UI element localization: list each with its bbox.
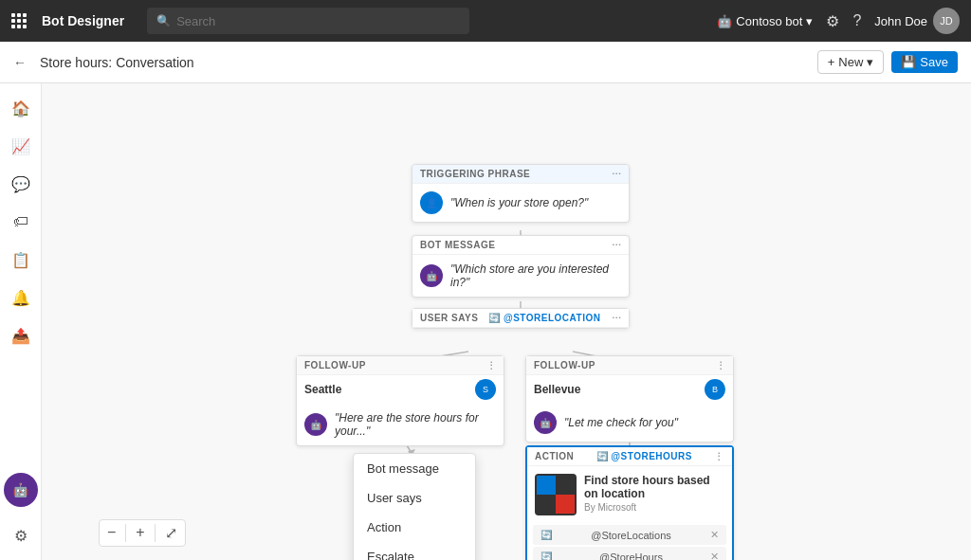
followup-seattle-body: 🤖 "Here are the store hours for your..." xyxy=(297,404,504,445)
sidebar-item-bot[interactable]: 🤖 xyxy=(4,473,38,507)
action-icon-box xyxy=(535,474,577,515)
fullscreen-button[interactable]: ⤢ xyxy=(163,524,179,542)
user-info: John Doe JD xyxy=(874,8,960,34)
canvas: TRIGGERING PHRASE ⋯ 👤 "When is your stor… xyxy=(42,83,971,560)
action-param2-remove[interactable]: ✕ xyxy=(710,551,719,560)
followup-seattle-title-row: Seattle S xyxy=(297,375,504,404)
seattle-label: Seattle xyxy=(304,383,341,396)
user-says-header: USER SAYS 🔄 @StoreLocation ⋯ xyxy=(412,309,629,328)
sidebar-item-entities[interactable]: 🏷 xyxy=(4,205,38,239)
top-nav: Bot Designer 🔍 🤖 Contoso bot ▾ ⚙ ? John … xyxy=(0,0,971,42)
followup-bellevue-header-label: FOLLOW-UP xyxy=(534,360,595,370)
action-by: By Microsoft xyxy=(584,502,724,513)
search-icon: 🔍 xyxy=(156,14,171,27)
trigger-text: "When is your store open?" xyxy=(450,196,588,209)
action-param1-row: 🔄 @StoreLocations ✕ xyxy=(533,525,726,545)
new-label: New xyxy=(838,55,863,69)
save-icon: 💾 xyxy=(901,55,916,69)
action-entity-tag: 🔄 @StoreHours xyxy=(596,451,692,461)
followup-bellevue-menu-button[interactable]: ⋮ xyxy=(716,360,726,370)
search-input[interactable] xyxy=(176,14,460,28)
action-param2-icon: 🔄 xyxy=(540,551,552,560)
action-param1-remove[interactable]: ✕ xyxy=(710,529,719,541)
bellevue-avatar: B xyxy=(705,379,725,400)
user-name: John Doe xyxy=(874,14,927,28)
action-menu-button[interactable]: ⋮ xyxy=(714,451,724,461)
bot-avatar: 🤖 xyxy=(420,264,443,287)
action-header-label: ACTION xyxy=(535,451,574,461)
bot-message-header-label: BOT MESSAGE xyxy=(420,240,495,250)
entity-icon: 🔄 xyxy=(488,313,501,323)
dropdown-item-bot-message[interactable]: Bot message xyxy=(354,454,475,483)
help-icon[interactable]: ? xyxy=(852,12,861,29)
dropdown-item-escalate[interactable]: Escalate xyxy=(354,542,475,560)
user-says-entity-name: @StoreLocation xyxy=(504,313,601,323)
sub-nav: ← Store hours: Conversation + New ▾ 💾 Sa… xyxy=(0,42,971,83)
layout: 🏠 📈 💬 🏷 📋 🔔 📤 🤖 ⚙ xyxy=(0,83,971,560)
nav-right: 🤖 Contoso bot ▾ ⚙ ? John Doe JD xyxy=(717,8,960,34)
user-says-header-label: USER SAYS xyxy=(420,313,478,323)
action-entity-name: @StoreHours xyxy=(611,451,692,461)
user-says-entity: 🔄 @StoreLocation xyxy=(488,313,600,323)
action-param1-label: @StoreLocations xyxy=(591,530,671,541)
trigger-menu-button[interactable]: ⋯ xyxy=(612,169,622,179)
action-param2-label: @StoreHours xyxy=(599,551,663,561)
followup-bellevue-header: FOLLOW-UP ⋮ xyxy=(526,356,733,375)
action-param2-row: 🔄 @StoreHours ✕ xyxy=(533,547,726,560)
followup-seattle-text: "Here are the store hours for your..." xyxy=(335,411,496,438)
trigger-node: TRIGGERING PHRASE ⋯ 👤 "When is your stor… xyxy=(412,164,630,223)
zoom-in-button[interactable]: + xyxy=(134,524,146,542)
sidebar-item-settings[interactable]: 📋 xyxy=(4,243,38,277)
action-text-block: Find store hours based on location By Mi… xyxy=(584,474,724,515)
followup-bellevue-title-row: Bellevue B xyxy=(526,375,733,404)
add-node-dropdown[interactable]: Bot message User says Action Escalate CS… xyxy=(353,453,476,560)
sub-nav-actions: + New ▾ 💾 Save xyxy=(817,50,958,74)
bot-avatar-bellevue: 🤖 xyxy=(534,411,557,434)
followup-seattle-header: FOLLOW-UP ⋮ xyxy=(297,356,504,375)
grid-icon xyxy=(11,13,27,28)
sidebar-item-topics[interactable]: 💬 xyxy=(4,167,38,201)
dropdown-item-user-says[interactable]: User says xyxy=(354,483,475,513)
zoom-separator xyxy=(125,524,126,542)
sidebar-item-notifications[interactable]: 🔔 xyxy=(4,280,38,315)
zoom-controls: − + ⤢ xyxy=(99,519,186,547)
followup-bellevue-body: 🤖 "Let me check for you" xyxy=(526,404,733,442)
user-says-menu-button[interactable]: ⋯ xyxy=(612,313,622,323)
avatar: JD xyxy=(933,8,960,34)
trigger-header-label: TRIGGERING PHRASE xyxy=(420,169,530,179)
zoom-out-button[interactable]: − xyxy=(105,524,118,542)
breadcrumb: Store hours: Conversation xyxy=(40,55,194,70)
followup-bellevue-text: "Let me check for you" xyxy=(564,416,678,429)
bot-message-menu-button[interactable]: ⋯ xyxy=(612,240,622,250)
bot-message-header: BOT MESSAGE ⋯ xyxy=(412,236,629,255)
trigger-node-body: 👤 "When is your store open?" xyxy=(412,184,629,222)
bot-message-text: "Which store are you interested in?" xyxy=(450,262,621,289)
action-card: Find store hours based on location By Mi… xyxy=(527,466,732,523)
user-says-node: USER SAYS 🔄 @StoreLocation ⋯ xyxy=(412,308,630,329)
followup-bellevue-node: FOLLOW-UP ⋮ Bellevue B 🤖 "Let me check f… xyxy=(525,355,734,443)
new-button[interactable]: + New ▾ xyxy=(817,50,885,74)
action-entity-icon: 🔄 xyxy=(596,451,609,461)
action-param1-icon: 🔄 xyxy=(540,530,552,540)
app-title: Bot Designer xyxy=(42,13,124,28)
bot-avatar-seattle: 🤖 xyxy=(304,413,327,436)
dropdown-item-action[interactable]: Action xyxy=(354,513,475,542)
bot-icon: 🤖 xyxy=(717,14,732,28)
save-button[interactable]: 💾 Save xyxy=(891,51,958,73)
bot-message-body: 🤖 "Which store are you interested in?" xyxy=(412,255,629,297)
followup-seattle-menu-button[interactable]: ⋮ xyxy=(486,360,497,370)
search-bar: 🔍 xyxy=(147,8,469,34)
settings-icon[interactable]: ⚙ xyxy=(826,12,839,30)
bot-name: Contoso bot xyxy=(736,14,802,28)
chevron-down-icon: ▾ xyxy=(867,55,873,69)
action-header: ACTION 🔄 @StoreHours ⋮ xyxy=(527,447,732,466)
bot-selector[interactable]: 🤖 Contoso bot ▾ xyxy=(717,14,813,28)
sidebar-item-home[interactable]: 🏠 xyxy=(4,91,38,125)
back-button[interactable]: ← xyxy=(13,55,27,70)
followup-seattle-header-label: FOLLOW-UP xyxy=(304,360,366,370)
sidebar-item-publish[interactable]: 📤 xyxy=(4,318,38,352)
action-title: Find store hours based on location xyxy=(584,474,724,500)
sidebar-item-help[interactable]: ⚙ xyxy=(4,518,38,552)
sidebar-item-analytics[interactable]: 📈 xyxy=(4,129,38,163)
bot-message-node: BOT MESSAGE ⋯ 🤖 "Which store are you int… xyxy=(412,235,630,298)
